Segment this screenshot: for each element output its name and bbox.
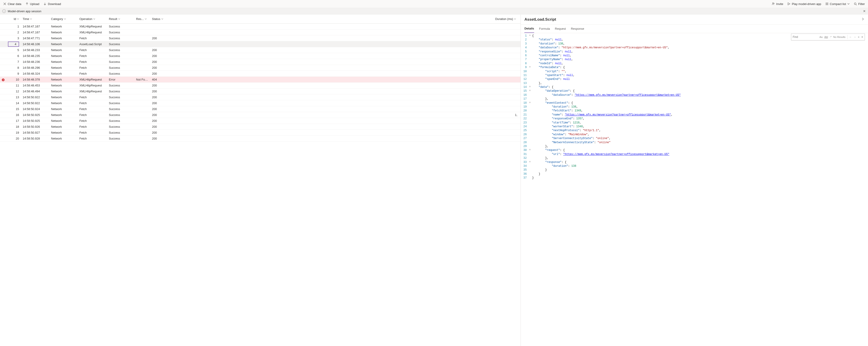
play-app-label: Play model-driven app xyxy=(792,2,821,6)
column-duration[interactable]: Duration (ms) xyxy=(170,17,518,21)
session-title: Model-driven app session xyxy=(8,9,41,13)
svg-point-1 xyxy=(854,3,856,4)
table-row[interactable]: 1114:58:48.453NetworkXMLHttpRequestSucce… xyxy=(0,83,521,88)
table-row[interactable]: 1814:58:50.926NetworkFetchSuccess200 xyxy=(0,124,521,130)
fold-toggle[interactable]: ⊟ xyxy=(528,34,531,38)
find-prev-icon[interactable]: ← xyxy=(849,36,852,38)
column-time[interactable]: Time xyxy=(21,17,49,21)
code-line: 17 }, xyxy=(521,97,868,101)
table-row[interactable]: 514:58:48.233NetworkFetchSuccess200 xyxy=(0,47,521,53)
match-case-icon[interactable]: Aa xyxy=(819,36,823,38)
code-line: 15⊟ "dataOperation": { xyxy=(521,89,868,93)
code-line: 14⊟ "data": { xyxy=(521,85,868,89)
table-row[interactable]: 214:58:47.167NetworkXMLHttpRequestSucces… xyxy=(0,29,521,35)
compact-list-button[interactable]: Compact list xyxy=(825,2,850,6)
find-select-icon[interactable]: ≡ xyxy=(858,36,859,38)
fold-toggle[interactable]: ⊟ xyxy=(528,161,531,164)
find-close-icon[interactable]: ✕ xyxy=(861,36,863,38)
code-line: 25 "nextHopProtocol": "http/1.1", xyxy=(521,128,868,133)
clear-data-label: Clear data xyxy=(8,2,21,6)
table-row[interactable]: 1614:58:50.925NetworkFetchSuccess2001, xyxy=(0,112,521,118)
upload-button[interactable]: Upload xyxy=(25,2,39,6)
invite-button[interactable]: Invite xyxy=(772,2,783,6)
code-line: 3 "duration": 138, xyxy=(521,42,868,46)
tab-formula[interactable]: Formula xyxy=(539,25,550,33)
code-line: 28 "NetworkConnectivityState": "online" xyxy=(521,141,868,145)
info-icon: i xyxy=(2,9,6,13)
code-line: 22 "responseEnd": 1357, xyxy=(521,117,868,121)
code-line: 37} xyxy=(521,176,868,180)
table-row[interactable]: 414:58:48.106NetworkAssetLoad.ScriptSucc… xyxy=(0,41,521,47)
code-line: 21 "name": "https://mem.gfx.ms/meversion… xyxy=(521,113,868,117)
regex-icon[interactable]: .* xyxy=(830,36,831,38)
column-id[interactable]: Id xyxy=(5,17,21,21)
play-app-button[interactable]: Play model-driven app xyxy=(787,2,821,6)
fold-toggle[interactable]: ⊟ xyxy=(528,85,531,89)
column-category[interactable]: Category xyxy=(49,17,78,21)
column-status[interactable]: Status xyxy=(150,17,170,21)
filter-icon xyxy=(854,2,857,5)
table-row[interactable]: 1414:58:50.922NetworkFetchSuccess200 xyxy=(0,100,521,106)
json-viewer[interactable]: 1⊟{2 "status": null,3 "duration": 138,4 … xyxy=(521,33,868,346)
column-operation[interactable]: Operation xyxy=(78,17,107,21)
code-line: 26 "window": "MainWindow", xyxy=(521,133,868,137)
code-line: 4 "dataSource": "https://mem.gfx.ms/meve… xyxy=(521,46,868,50)
code-line: 27 "ServerConnectivityState": "online", xyxy=(521,137,868,140)
fold-toggle[interactable]: ⊟ xyxy=(528,65,531,69)
tab-request[interactable]: Request xyxy=(555,25,566,33)
table-row[interactable]: 1314:58:50.922NetworkFetchSuccess200 xyxy=(0,94,521,100)
table-row[interactable]: 114:58:47.167NetworkXMLHttpRequestSucces… xyxy=(0,24,521,29)
expand-button[interactable] xyxy=(861,17,864,22)
events-table: Id Time Category Operation Result Res...… xyxy=(0,15,521,346)
code-line: 8 "nodeId": null, xyxy=(521,62,868,65)
fold-toggle[interactable]: ⊟ xyxy=(528,148,531,152)
session-close-button[interactable]: ✕ xyxy=(863,9,866,13)
fold-toggle[interactable]: ⊟ xyxy=(528,101,531,105)
upload-label: Upload xyxy=(30,2,39,6)
tab-response[interactable]: Response xyxy=(571,25,584,33)
code-line: 19 "duration": 138, xyxy=(521,105,868,109)
table-row[interactable]: 1714:58:50.925NetworkFetchSuccess200 xyxy=(0,118,521,124)
table-row[interactable]: 714:58:48.236NetworkFetchSuccess200 xyxy=(0,59,521,65)
table-row[interactable]: 1514:58:50.924NetworkFetchSuccess200 xyxy=(0,106,521,112)
table-row[interactable]: 1914:58:50.927NetworkFetchSuccess200 xyxy=(0,130,521,136)
fold-toggle[interactable]: ⊟ xyxy=(528,89,531,93)
table-row[interactable]: 614:58:48.235NetworkFetchSuccess200 xyxy=(0,53,521,59)
table-row[interactable]: 914:58:48.324NetworkFetchSuccess200 xyxy=(0,71,521,77)
detail-header: AssetLoad.Script xyxy=(521,15,868,25)
whole-word-icon[interactable]: Abl xyxy=(825,36,828,38)
column-result[interactable]: Result xyxy=(107,17,134,21)
upload-icon xyxy=(25,2,29,5)
chevron-down-icon xyxy=(93,18,95,20)
clear-data-button[interactable]: Clear data xyxy=(3,2,21,6)
table-row[interactable]: 814:58:48.296NetworkFetchSuccess200 xyxy=(0,65,521,71)
find-next-icon[interactable]: → xyxy=(854,36,856,38)
play-icon xyxy=(787,2,790,5)
person-add-icon xyxy=(772,2,775,5)
chevron-down-icon xyxy=(161,18,163,20)
code-line: 34 "duration": 138 xyxy=(521,164,868,168)
download-label: Download xyxy=(48,2,61,6)
find-bar: Aa Abl .* No Results ← → ≡ ✕ xyxy=(791,34,865,40)
chevron-down-icon xyxy=(847,3,849,5)
table-row[interactable]: 2014:58:50.928NetworkFetchSuccess200 xyxy=(0,136,521,142)
code-line: 13 }, xyxy=(521,82,868,85)
code-line: 29 }, xyxy=(521,145,868,148)
filter-button[interactable]: Filter xyxy=(854,2,865,6)
column-res2[interactable]: Res... xyxy=(134,17,150,21)
invite-label: Invite xyxy=(776,2,783,6)
code-line: 9⊟ "formulaData": { xyxy=(521,65,868,69)
tab-details[interactable]: Details xyxy=(524,25,534,33)
code-line: 24 "workerStart": 1348, xyxy=(521,125,868,128)
code-line: 16 "dataSource": "https://mem.gfx.ms/mev… xyxy=(521,93,868,97)
table-row[interactable]: 1214:58:48.494NetworkXMLHttpRequestSucce… xyxy=(0,88,521,94)
download-button[interactable]: Download xyxy=(43,2,61,6)
filter-label: Filter xyxy=(858,2,865,6)
table-row[interactable]: ✕1014:58:48.378NetworkXMLHttpRequestErro… xyxy=(0,77,521,83)
find-input[interactable] xyxy=(793,35,818,38)
code-line: 36 } xyxy=(521,172,868,176)
table-body[interactable]: 114:58:47.167NetworkXMLHttpRequestSucces… xyxy=(0,24,521,346)
table-row[interactable]: 314:58:47.771NetworkFetchSuccess200 xyxy=(0,35,521,41)
top-toolbar: Clear data Upload Download Invite Play m… xyxy=(0,0,868,8)
chevron-down-icon xyxy=(30,18,32,20)
